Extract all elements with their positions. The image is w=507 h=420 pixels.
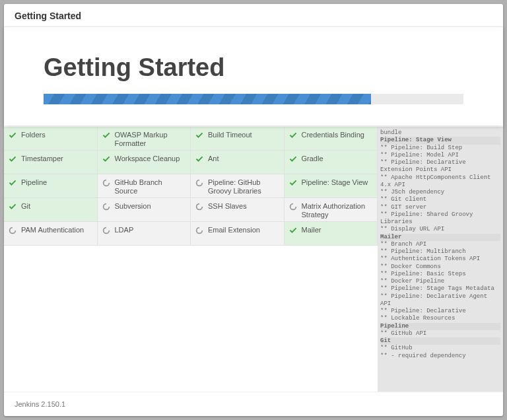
log-line: ** Pipeline: Multibranch (380, 248, 500, 256)
log-line: ** Docker Pipeline (380, 278, 500, 285)
plugin-cell: Pipeline (4, 174, 98, 198)
spinner-icon (8, 226, 17, 235)
content-row: FoldersOWASP Markup FormatterBuild Timeo… (4, 127, 503, 392)
plugin-label: GitHub Branch Source (115, 178, 187, 195)
check-icon (8, 155, 17, 164)
spinner-icon (102, 178, 111, 188)
check-icon (8, 178, 17, 188)
plugin-cell: Credentials Binding (284, 127, 378, 151)
log-line: ** Lockable Resources (380, 315, 500, 322)
log-line: ** Pipeline: Declarative Extension Point… (380, 159, 500, 174)
plugin-cell: Email Extension (190, 221, 285, 246)
spinner-icon (102, 226, 111, 235)
plugin-label: Credentials Binding (302, 131, 364, 139)
plugin-label: Pipeline (21, 178, 47, 187)
log-line: ** Pipeline: Build Step (380, 145, 500, 152)
plugin-label: Gradle (302, 155, 323, 163)
check-icon (8, 202, 17, 211)
plugin-grid: FoldersOWASP Markup FormatterBuild Timeo… (4, 127, 378, 392)
install-log-panel: bundlePipeline: Stage View** Pipeline: B… (378, 127, 503, 392)
log-line: ** Pipeline: Stage Tags Metadata (380, 285, 500, 293)
check-icon (288, 155, 298, 164)
plugin-cell: Pipeline: Stage View (284, 174, 378, 198)
log-line: ** Pipeline: Declarative (380, 308, 500, 315)
log-line: ** - required dependency (380, 353, 500, 360)
plugin-label: Subversion (115, 202, 151, 211)
plugin-cell: Timestamper (4, 150, 98, 174)
log-line: ** Git client (380, 196, 500, 203)
plugin-label: OWASP Markup Formatter (115, 131, 187, 147)
plugin-cell: OWASP Markup Formatter (97, 127, 191, 151)
plugin-label: Matrix Authorization Strategy (302, 202, 374, 219)
plugin-cell: Folders (4, 127, 98, 151)
log-heading: Pipeline (380, 323, 500, 330)
spinner-icon (102, 202, 111, 211)
log-line: ** Branch API (380, 241, 500, 248)
progress-bar (44, 94, 463, 104)
plugin-label: Ant (208, 155, 219, 163)
page-title: Getting Started (44, 53, 463, 82)
log-line: ** Pipeline: Declarative Agent API (380, 293, 500, 308)
log-heading: Mailer (380, 234, 500, 241)
log-line: ** GitHub (380, 345, 500, 352)
progress-fill (44, 94, 371, 104)
setup-wizard-modal: Getting Started Getting Started FoldersO… (4, 4, 503, 416)
spinner-icon (288, 202, 298, 211)
plugin-label: Build Timeout (208, 131, 252, 139)
spinner-icon (195, 202, 204, 211)
modal-header: Getting Started (4, 4, 503, 27)
plugin-label: Email Extension (208, 226, 260, 234)
check-icon (195, 131, 204, 140)
plugin-cell: Pipeline: GitHub Groovy Libraries (190, 174, 285, 198)
version-label: Jenkins 2.150.1 (15, 400, 65, 408)
plugin-label: Timestamper (21, 155, 63, 163)
log-line: ** GIT server (380, 204, 500, 211)
plugin-label: Mailer (302, 226, 321, 234)
log-line: ** Authentication Tokens API (380, 256, 500, 263)
plugin-label: SSH Slaves (208, 202, 247, 211)
plugin-cell: Mailer (284, 221, 378, 246)
plugin-cell: Git (4, 197, 98, 222)
plugin-cell: Ant (190, 150, 285, 174)
log-line: ** Pipeline: Basic Steps (380, 271, 500, 278)
check-icon (288, 131, 298, 140)
log-line: ** Apache HttpComponents Client 4.x API (380, 174, 500, 190)
plugin-cell: Subversion (97, 197, 191, 222)
check-icon (288, 226, 298, 235)
check-icon (195, 155, 204, 164)
log-line: ** Pipeline: Shared Groovy Libraries (380, 211, 500, 227)
check-icon (102, 131, 111, 140)
plugin-cell: Workspace Cleanup (97, 150, 191, 174)
log-heading: Pipeline: Stage View (380, 137, 500, 144)
plugin-label: Pipeline: Stage View (302, 178, 368, 187)
plugin-label: Folders (21, 131, 46, 139)
check-icon (8, 131, 17, 140)
log-line: ** GitHub API (380, 330, 500, 337)
spinner-icon (195, 226, 204, 235)
spinner-icon (195, 178, 204, 188)
plugin-cell: SSH Slaves (190, 197, 285, 222)
plugin-label: Git (21, 202, 30, 211)
log-line: bundle (380, 129, 500, 137)
plugin-label: Workspace Cleanup (115, 155, 180, 163)
plugin-cell: LDAP (97, 221, 191, 246)
plugin-cell: GitHub Branch Source (97, 174, 191, 198)
check-icon (288, 178, 298, 188)
log-line: ** Docker Commons (380, 263, 500, 271)
plugin-label: PAM Authentication (21, 226, 84, 234)
plugin-label: Pipeline: GitHub Groovy Libraries (208, 178, 280, 195)
check-icon (102, 155, 111, 164)
plugin-cell: PAM Authentication (4, 221, 98, 246)
modal-title: Getting Started (15, 11, 81, 21)
hero-section: Getting Started (4, 27, 503, 125)
log-heading: Git (380, 337, 500, 345)
log-line: ** Pipeline: Model API (380, 152, 500, 159)
plugin-cell: Gradle (284, 150, 378, 174)
plugin-label: LDAP (115, 226, 134, 234)
plugin-cell: Build Timeout (190, 127, 285, 151)
log-line: ** JSch dependency (380, 189, 500, 196)
modal-footer: Jenkins 2.150.1 (4, 392, 503, 416)
plugin-cell: Matrix Authorization Strategy (284, 197, 378, 222)
log-line: ** Display URL API (380, 226, 500, 233)
